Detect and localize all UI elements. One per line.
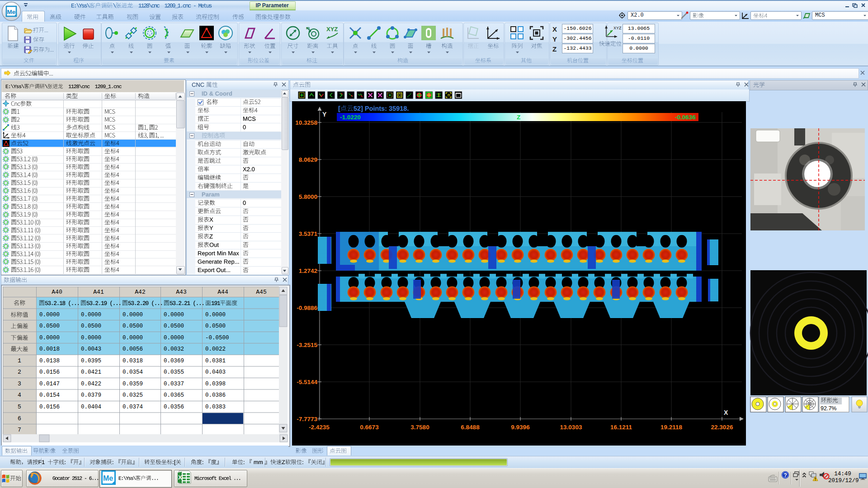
- svg-text:Me: Me: [7, 9, 16, 15]
